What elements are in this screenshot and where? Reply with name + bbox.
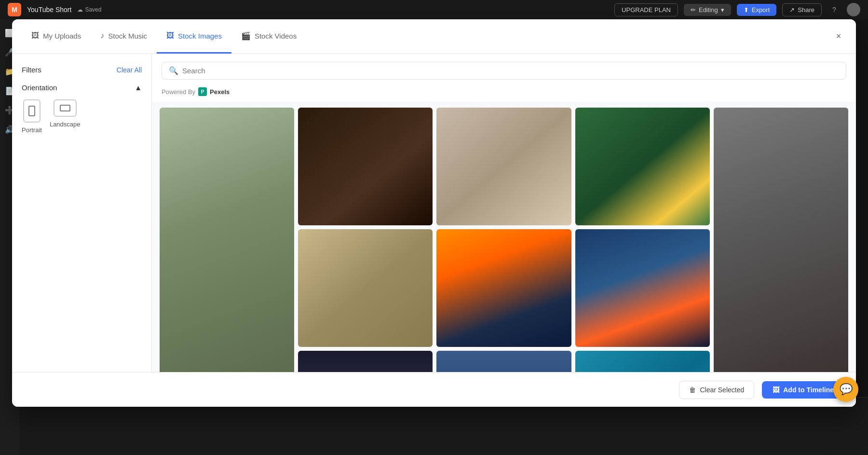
avatar[interactable] [847,3,860,16]
modal-tabs: 🖼 My Uploads ♪ Stock Music 🖼 Stock Image… [12,19,856,54]
search-input-wrap: 🔍 [162,62,846,80]
add-to-timeline-button[interactable]: 🖼 Add to Timeline [762,381,844,399]
image-card[interactable] [298,351,433,372]
landscape-label: Landscape [50,121,81,128]
my-uploads-icon: 🖼 [31,31,39,40]
image-card[interactable] [575,229,710,347]
filters-header: Filters Clear All [22,66,142,74]
save-status: ☁ Saved [77,6,101,13]
cloud-icon: ☁ [77,6,83,13]
image-card[interactable] [575,351,710,372]
svg-rect-1 [60,105,70,111]
project-title: YouTube Short [27,6,71,14]
chevron-up-icon: ▲ [135,83,142,92]
portrait-label: Portrait [22,126,42,134]
orientation-section-title: Orientation ▲ [22,83,142,92]
landscape-option[interactable]: Landscape [50,99,81,134]
image-card[interactable] [298,229,433,347]
pexels-logo: P [198,87,207,96]
chevron-down-icon: ▾ [721,6,724,14]
clear-selected-button[interactable]: 🗑 Clear Selected [679,381,754,399]
share-icon: ↗ [789,6,795,14]
image-card[interactable] [436,229,571,347]
image-card[interactable] [436,108,571,225]
tab-stock-music[interactable]: ♪ Stock Music [91,19,157,54]
pencil-icon: ✏ [691,6,696,14]
images-grid [152,102,856,372]
clear-all-button[interactable]: Clear All [117,66,142,74]
images-area: 🔍 Powered By P Pexels [152,54,856,372]
filters-title: Filters [22,66,41,74]
share-button[interactable]: ↗ Share [782,3,822,16]
help-button[interactable]: ? [827,3,841,16]
tab-stock-images[interactable]: 🖼 Stock Images [157,19,231,54]
stock-videos-icon: 🎬 [241,31,251,41]
modal-footer: 🗑 Clear Selected 🖼 Add to Timeline [12,372,856,407]
add-icon: 🖼 [773,386,779,394]
stock-music-icon: ♪ [100,31,104,40]
chat-widget[interactable]: 💬 [833,377,858,402]
search-bar-area: 🔍 [152,54,856,84]
image-card[interactable] [575,108,710,225]
editing-mode-button[interactable]: ✏ Editing ▾ [684,4,731,16]
search-input[interactable] [182,67,839,75]
modal-close-button[interactable]: × [831,29,846,44]
landscape-icon [54,99,77,117]
tab-stock-videos[interactable]: 🎬 Stock Videos [231,19,306,54]
image-card[interactable] [436,351,571,372]
top-bar: M YouTube Short ☁ Saved UPGRADE PLAN ✏ E… [0,0,868,19]
trash-icon: 🗑 [689,386,696,394]
svg-rect-0 [29,106,35,116]
search-icon: 🔍 [169,66,178,75]
stock-images-modal: 🖼 My Uploads ♪ Stock Music 🖼 Stock Image… [12,19,856,407]
tab-my-uploads[interactable]: 🖼 My Uploads [22,19,91,54]
app-logo: M [8,3,21,16]
image-card[interactable] [298,108,433,225]
stock-images-icon: 🖼 [166,31,174,40]
image-card[interactable] [714,108,848,372]
image-card[interactable] [160,108,294,372]
powered-by: Powered By P Pexels [152,84,856,102]
orientation-options: Portrait Landscape [22,99,142,134]
export-icon: ⬆ [744,6,749,14]
portrait-icon [23,99,41,123]
upgrade-plan-button[interactable]: UPGRADE PLAN [614,3,678,16]
filters-panel: Filters Clear All Orientation ▲ Portrait [12,54,152,372]
portrait-option[interactable]: Portrait [22,99,42,134]
export-button[interactable]: ⬆ Export [737,4,777,16]
modal-body: Filters Clear All Orientation ▲ Portrait [12,54,856,372]
